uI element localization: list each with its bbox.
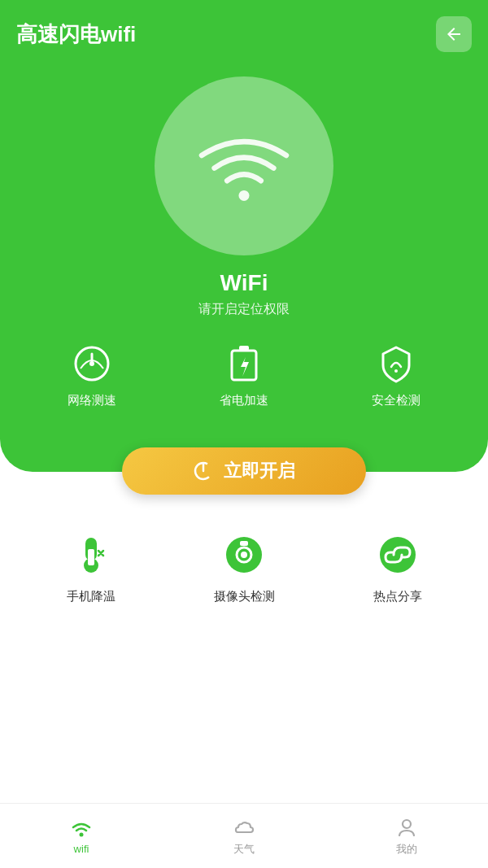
power-icon [193, 460, 214, 482]
svg-point-16 [80, 833, 84, 837]
link-icon-wrap [372, 529, 424, 581]
top-section: 高速闪电wifi WiFi 请开启定位权限 [0, 0, 488, 472]
person-tab-icon [395, 816, 418, 839]
wifi-name: WiFi [220, 270, 268, 296]
header: 高速闪电wifi [0, 0, 488, 52]
top-features-row: 网络测速 省电加速 安全检测 [0, 341, 488, 408]
svg-rect-10 [88, 549, 94, 565]
svg-point-2 [89, 361, 94, 366]
cloud-tab-icon [233, 816, 255, 839]
security-icon-wrap [373, 341, 419, 386]
camera-detect-label: 摄像头检测 [214, 589, 275, 604]
tab-weather[interactable]: 天气 [163, 816, 325, 857]
battery-boost-icon-wrap [221, 341, 267, 386]
speedometer-icon [72, 344, 111, 383]
tab-bar: wifi 天气 我的 [0, 803, 488, 868]
bottom-features-row: 手机降温 摄像头检测 热点分享 [0, 529, 488, 604]
tab-weather-label: 天气 [233, 842, 255, 857]
wifi-subtitle: 请开启定位权限 [198, 301, 290, 318]
battery-boost-label: 省电加速 [220, 393, 268, 408]
network-speed-icon-wrap [69, 341, 115, 386]
svg-rect-4 [239, 346, 249, 351]
svg-point-13 [241, 552, 247, 558]
thermometer-icon-wrap [65, 529, 117, 581]
feature-hotspot-share[interactable]: 热点分享 [372, 529, 424, 604]
svg-rect-14 [240, 541, 248, 546]
start-button-wrapper: 立即开启 [122, 447, 366, 495]
feature-network-speed[interactable]: 网络测速 [68, 341, 116, 408]
wifi-tab-icon [70, 817, 93, 840]
camera-icon [222, 533, 266, 577]
feature-cool-down[interactable]: 手机降温 [65, 529, 117, 604]
link-icon [376, 533, 420, 577]
wifi-circle [155, 76, 333, 255]
battery-icon [228, 344, 260, 383]
tab-wifi[interactable]: wifi [0, 817, 163, 855]
start-button-text: 立即开启 [224, 459, 295, 483]
back-button[interactable] [436, 16, 472, 52]
tab-wifi-label: wifi [74, 843, 89, 855]
security-label: 安全检测 [372, 393, 420, 408]
tab-profile-label: 我的 [396, 842, 417, 857]
wifi-signal-icon [191, 113, 297, 219]
hotspot-share-label: 热点分享 [373, 589, 422, 604]
camera-icon-wrap [218, 529, 270, 581]
app-title: 高速闪电wifi [16, 20, 136, 49]
svg-point-0 [239, 190, 250, 201]
feature-camera-detect[interactable]: 摄像头检测 [214, 529, 275, 604]
back-icon [444, 24, 464, 44]
cool-down-label: 手机降温 [67, 589, 115, 604]
tab-profile[interactable]: 我的 [325, 816, 488, 857]
feature-security[interactable]: 安全检测 [372, 341, 420, 408]
feature-battery-boost[interactable]: 省电加速 [220, 341, 268, 408]
network-speed-label: 网络测速 [68, 393, 116, 408]
svg-point-5 [394, 369, 398, 373]
start-button[interactable]: 立即开启 [122, 447, 366, 495]
shield-icon [377, 344, 416, 383]
svg-point-17 [403, 820, 411, 828]
thermometer-icon [69, 533, 113, 577]
